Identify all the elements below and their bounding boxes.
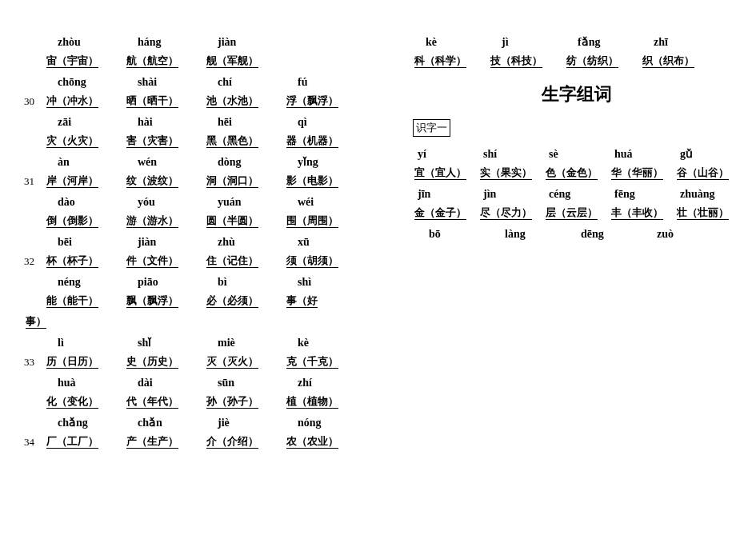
char-entry: 倒（倒影）: [46, 214, 98, 228]
line-number: 30: [24, 95, 45, 108]
char-entry: 介（介绍）: [206, 435, 258, 449]
char-row: 宜（宜人） 实（果实） 色（金色） 华（华丽） 谷（山谷）: [413, 161, 741, 180]
char-entry: 冲（冲水）: [46, 94, 98, 108]
pinyin: chǎng: [45, 416, 125, 429]
pinyin-row: àn wén dòng yǐng: [24, 150, 365, 169]
pinyin-row: jīn jìn céng fēng zhuàng: [413, 182, 741, 201]
char-entry: 影（电影）: [286, 174, 338, 188]
pinyin: gǔ: [675, 147, 741, 161]
line-number: 34: [24, 436, 45, 449]
char-entry: 纹（波纹）: [126, 174, 178, 188]
char-entry: 须（胡须）: [286, 254, 338, 268]
pinyin: zhòu: [45, 36, 125, 49]
pinyin: néng: [45, 276, 125, 289]
pinyin-row: huà dài sūn zhí: [24, 370, 365, 389]
pinyin: lì: [45, 337, 125, 349]
char-entry: 器（机器）: [286, 134, 338, 148]
char-entry: 历（日历）: [46, 355, 98, 369]
char-entry: 技（科技）: [490, 54, 542, 68]
char-entry: 织（织布）: [642, 54, 694, 68]
char-entry: 克（千克）: [286, 355, 338, 369]
pinyin: háng: [125, 36, 205, 49]
char-entry: 舰（军舰）: [206, 54, 258, 68]
char-entry: 孙（孙子）: [206, 395, 258, 409]
pinyin: dào: [45, 196, 125, 209]
pinyin: fú: [285, 76, 365, 89]
pinyin: nóng: [285, 417, 365, 429]
pinyin: shì: [285, 276, 365, 289]
right-column: kè jì fǎng zhī 科（科学） 技（科技） 纺（纺织） 织（织布） 生…: [389, 28, 741, 519]
pinyin: jiè: [205, 417, 285, 429]
char-entry: 厂（工厂）: [46, 435, 98, 449]
char-entry: 事（好: [286, 294, 318, 308]
char-entry: 岸（河岸）: [46, 174, 98, 188]
pinyin: fēng: [610, 188, 675, 201]
char-entry: 纺（纺织）: [566, 54, 618, 68]
char-row: 宙（宇宙） 航（航空） 舰（军舰）: [24, 49, 365, 68]
char-entry: 件（文件）: [126, 254, 178, 268]
char-row: 32 杯（杯子） 件（文件） 住（记住） 须（胡须）: [24, 249, 365, 268]
char-entry: 必（必须）: [206, 294, 258, 308]
char-row: 能（能干） 飘（飘浮） 必（必须） 事（好: [24, 289, 365, 308]
pinyin: hēi: [205, 116, 285, 129]
pinyin: wén: [125, 156, 205, 169]
char-entry: 华（华丽）: [611, 166, 663, 180]
char-entry: 灾（火灾）: [46, 134, 98, 148]
pinyin: jiàn: [205, 36, 285, 49]
pinyin: yí: [413, 148, 478, 161]
char-entry: 浮（飘浮）: [286, 94, 338, 108]
pinyin: shǐ: [125, 336, 205, 349]
pinyin: huà: [45, 377, 125, 389]
pinyin-row: lì shǐ miè kè: [24, 330, 365, 349]
char-entry: 杯（杯子）: [46, 254, 98, 268]
pinyin: dòng: [205, 156, 285, 169]
char-entry: 游（游水）: [126, 214, 178, 228]
char-entry: 池（水池）: [206, 94, 258, 108]
pinyin: chǎn: [125, 416, 205, 429]
line-number: 31: [24, 175, 45, 188]
char-entry: 植（植物）: [286, 395, 338, 409]
pinyin: chōng: [45, 76, 125, 89]
pinyin: bēi: [45, 236, 125, 249]
char-entry: 史（历史）: [126, 355, 178, 369]
pinyin-row: yí shí sè huá gǔ: [413, 142, 741, 161]
pinyin: yóu: [125, 196, 205, 209]
pinyin: dài: [125, 377, 205, 389]
pinyin: shí: [478, 148, 544, 161]
char-entry: 金（金子）: [414, 206, 466, 220]
char-entry: 谷（山谷）: [677, 166, 729, 180]
pinyin: zuò: [641, 228, 717, 241]
pinyin: zhī: [641, 36, 717, 49]
pinyin: zhuàng: [675, 188, 741, 201]
char-entry: 宙（宇宙）: [46, 54, 98, 68]
char-row: 31 岸（河岸） 纹（波纹） 洞（洞口） 影（电影）: [24, 169, 365, 188]
pinyin: wéi: [285, 196, 365, 209]
section-title: 生字组词: [413, 82, 741, 106]
pinyin-row: néng piāo bì shì: [24, 269, 365, 289]
pinyin-row: zhòu háng jiàn: [24, 30, 365, 49]
pinyin-row: dào yóu yuán wéi: [24, 190, 365, 209]
pinyin: zhí: [285, 377, 365, 389]
pinyin: bì: [205, 276, 285, 289]
char-row-wrap: 事）: [24, 309, 365, 329]
pinyin: jìn: [478, 188, 544, 201]
char-entry: 实（果实）: [480, 166, 532, 180]
pinyin-row: chōng shài chí fú: [24, 70, 365, 89]
pinyin: jiàn: [125, 236, 205, 249]
char-entry: 害（灾害）: [126, 134, 178, 148]
pinyin-row: kè jì fǎng zhī: [413, 30, 741, 49]
pinyin: làng: [489, 228, 565, 241]
pinyin: yǐng: [285, 155, 365, 169]
pinyin: sè: [544, 148, 610, 161]
char-entry: 丰（丰收）: [611, 206, 663, 220]
char-entry: 层（云层）: [546, 206, 598, 220]
char-entry: 代（年代）: [126, 395, 178, 409]
char-entry-wrap: 事）: [26, 315, 46, 329]
pinyin: jīn: [413, 188, 478, 201]
char-entry: 农（农业）: [286, 435, 338, 449]
pinyin: yuán: [205, 196, 285, 209]
pinyin: dēng: [565, 228, 641, 241]
char-row: 33 历（日历） 史（历史） 灭（灭火） 克（千克）: [24, 349, 365, 369]
pinyin: céng: [544, 188, 610, 201]
char-entry: 航（航空）: [126, 54, 178, 68]
